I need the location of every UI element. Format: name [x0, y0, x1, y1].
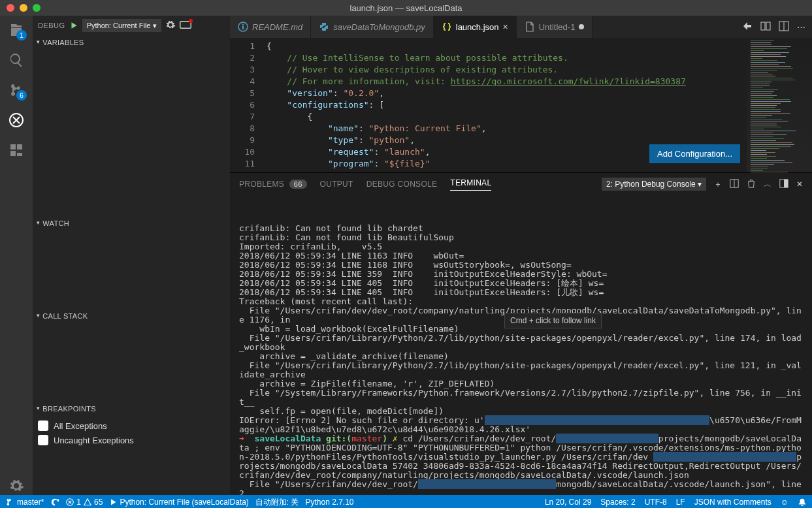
debug-sidebar: DEBUG Python: Current File ▾ VARIABLES W… [33, 16, 230, 495]
explorer-badge: 1 [16, 30, 27, 40]
debug-config-label: Python: Current File [87, 22, 151, 29]
settings-gear-icon[interactable] [7, 477, 25, 495]
tab-label: README.md [252, 22, 302, 32]
more-actions-icon[interactable]: ⋯ [797, 22, 805, 32]
notifications-icon[interactable] [798, 498, 807, 507]
window-traffic-lights [7, 4, 41, 12]
panel-tab-label: PROBLEMS [239, 180, 284, 189]
callstack-body [33, 323, 230, 402]
editor-tabs: README.md saveDataToMongodb.py launch.js… [230, 16, 812, 38]
breakpoint-label: All Exceptions [54, 421, 107, 431]
editor-area: README.md saveDataToMongodb.py launch.js… [230, 16, 812, 495]
editor-tab-actions: ⋯ [736, 16, 812, 38]
tab-launchjson[interactable]: launch.json × [434, 16, 517, 38]
debug-icon[interactable] [7, 111, 25, 129]
section-breakpoints[interactable]: BREAKPOINTS [33, 402, 230, 416]
breakpoint-item[interactable]: Uncaught Exceptions [38, 433, 225, 447]
chevron-up-icon[interactable]: ︿ [764, 179, 771, 190]
file-icon [525, 22, 535, 32]
svg-rect-12 [784, 179, 788, 187]
debug-target-status[interactable]: Python: Current File (saveLocalData) [109, 498, 248, 507]
encoding-status[interactable]: UTF-8 [645, 498, 667, 507]
minimize-window-icon[interactable] [20, 4, 27, 12]
terminal-select[interactable]: 2: Python Debug Console ▾ [602, 178, 706, 191]
terminal-content[interactable]: Cmd + click to follow link crifanLib: Ca… [230, 195, 812, 495]
auto-attach-status[interactable]: 自动附加: 关 [255, 497, 299, 508]
panel-tab-terminal[interactable]: TERMINAL [450, 178, 491, 191]
eol-status[interactable]: LF [676, 498, 685, 507]
new-terminal-icon[interactable]: ＋ [714, 179, 722, 190]
json-icon [442, 22, 452, 32]
problems-badge: 66 [289, 180, 307, 189]
language-mode-status[interactable]: JSON with Comments [694, 498, 771, 507]
info-icon [238, 22, 248, 32]
search-icon[interactable] [7, 51, 25, 69]
line-gutter: 1234567891011 [230, 38, 267, 172]
link-tooltip: Cmd + click to follow link [504, 313, 602, 328]
close-window-icon[interactable] [7, 4, 14, 12]
maximize-window-icon[interactable] [33, 4, 41, 12]
chevron-down-icon: ▾ [153, 22, 157, 30]
debug-label: DEBUG [38, 22, 65, 29]
add-configuration-button[interactable]: Add Configuration... [649, 144, 740, 163]
errors-warnings-status[interactable]: 1 65 [66, 498, 103, 507]
breakpoint-label: Uncaught Exceptions [54, 436, 134, 445]
watch-body [33, 230, 230, 309]
close-tab-icon[interactable]: × [503, 22, 508, 32]
debug-toolbar: DEBUG Python: Current File ▾ [33, 16, 230, 35]
svg-rect-3 [242, 26, 244, 30]
split-editor-icon[interactable] [779, 21, 789, 33]
extensions-icon[interactable] [7, 141, 25, 159]
breakpoint-item[interactable]: All Exceptions [38, 419, 225, 433]
panel-tab-debugconsole[interactable]: DEBUG CONSOLE [366, 180, 438, 189]
maximize-panel-icon[interactable] [779, 179, 788, 190]
activity-bar: 1 6 [0, 16, 33, 495]
tab-label: saveDataToMongodb.py [333, 22, 425, 32]
tab-savedatamongodb[interactable]: saveDataToMongodb.py [311, 16, 433, 38]
title-bar: launch.json — saveLocalData [0, 0, 812, 16]
python-icon [319, 22, 329, 32]
svg-rect-5 [761, 22, 765, 30]
tab-readme[interactable]: README.md [230, 16, 311, 38]
compare-changes-icon[interactable] [742, 21, 753, 33]
bottom-panel: PROBLEMS 66 OUTPUT DEBUG CONSOLE TERMINA… [230, 172, 812, 495]
explorer-icon[interactable]: 1 [7, 21, 25, 39]
section-callstack[interactable]: CALL STACK [33, 309, 230, 323]
window-title: launch.json — saveLocalData [350, 3, 463, 13]
git-branch-status[interactable]: master* [5, 498, 44, 507]
panel-tab-problems[interactable]: PROBLEMS 66 [239, 180, 307, 189]
tab-label: launch.json [456, 22, 499, 32]
checkbox-icon[interactable] [38, 421, 48, 431]
panel-tabs: PROBLEMS 66 OUTPUT DEBUG CONSOLE TERMINA… [230, 173, 812, 195]
tab-label: Untitled-1 [539, 22, 576, 32]
debug-settings-icon[interactable] [165, 20, 176, 31]
dirty-indicator-icon [579, 24, 584, 29]
open-changes-icon[interactable] [760, 21, 771, 33]
sync-icon[interactable] [50, 498, 59, 507]
debug-console-toggle-icon[interactable] [180, 20, 191, 31]
scm-badge: 6 [16, 90, 27, 101]
kill-terminal-icon[interactable] [747, 179, 756, 190]
svg-rect-6 [766, 22, 770, 30]
split-terminal-icon[interactable] [730, 179, 739, 190]
section-watch[interactable]: WATCH [33, 216, 230, 230]
python-version-status[interactable]: Python 2.7.10 [305, 498, 353, 507]
debug-config-select[interactable]: Python: Current File ▾ [82, 19, 162, 32]
panel-tab-output[interactable]: OUTPUT [320, 180, 353, 189]
svg-rect-4 [242, 24, 244, 25]
source-control-icon[interactable]: 6 [7, 81, 25, 99]
debug-console-dot-icon [189, 19, 193, 23]
start-debug-icon[interactable] [69, 21, 78, 30]
checkbox-icon[interactable] [38, 435, 48, 445]
status-bar: master* 1 65 Python: Current File (saveL… [0, 495, 812, 508]
code-editor[interactable]: 1234567891011 { // Use IntelliSense to l… [230, 38, 812, 172]
tab-untitled[interactable]: Untitled-1 [517, 16, 593, 38]
cursor-position-status[interactable]: Ln 20, Col 29 [545, 498, 591, 507]
close-panel-icon[interactable]: ✕ [796, 180, 803, 189]
feedback-icon[interactable]: ☺ [781, 498, 788, 507]
indentation-status[interactable]: Spaces: 2 [600, 498, 635, 507]
minimap[interactable] [747, 38, 812, 172]
variables-body [33, 50, 230, 216]
breakpoints-body: All Exceptions Uncaught Exceptions [33, 416, 230, 450]
section-variables[interactable]: VARIABLES [33, 35, 230, 50]
